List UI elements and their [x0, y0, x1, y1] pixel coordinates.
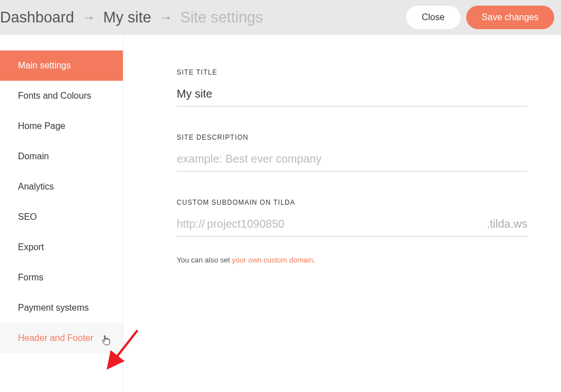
sidebar-item-home-page[interactable]: Home Page — [0, 111, 123, 141]
save-changes-button[interactable]: Save changes — [466, 6, 554, 29]
close-button[interactable]: Close — [406, 6, 461, 29]
sidebar-item-label: Header and Footer — [18, 333, 93, 343]
site-title-input[interactable] — [177, 84, 527, 107]
main-content: SITE TITLE SITE DESCRIPTION CUSTOM SUBDO… — [123, 35, 561, 392]
sidebar: Main settings Fonts and Colours Home Pag… — [0, 35, 123, 392]
sidebar-item-domain[interactable]: Domain — [0, 141, 123, 172]
sidebar-item-label: Analytics — [18, 182, 54, 191]
field-subdomain: CUSTOM SUBDOMAIN ON TILDA http:// .tilda… — [177, 199, 527, 264]
breadcrumb-settings: Site settings — [181, 9, 263, 26]
subdomain-prefix: http:// — [177, 218, 205, 236]
field-label-site-description: SITE DESCRIPTION — [177, 133, 527, 141]
sidebar-item-analytics[interactable]: Analytics — [0, 172, 123, 202]
sidebar-item-payment-systems[interactable]: Payment systems — [0, 293, 123, 323]
arrow-right-icon: → — [82, 10, 95, 25]
sidebar-item-main-settings[interactable]: Main settings — [0, 50, 123, 81]
subdomain-input[interactable] — [205, 214, 484, 237]
field-site-description: SITE DESCRIPTION — [177, 133, 527, 172]
subdomain-row: http:// .tilda.ws — [177, 214, 527, 237]
sidebar-item-label: Domain — [18, 151, 49, 161]
custom-domain-link[interactable]: your own custom domain — [232, 256, 314, 264]
custom-domain-hint: You can also set your own custom domain. — [177, 256, 527, 264]
sidebar-item-label: Forms — [18, 273, 43, 282]
subdomain-suffix: .tilda.ws — [484, 218, 527, 236]
breadcrumb: Dashboard → My site → Site settings — [0, 9, 406, 26]
sidebar-item-label: Main settings — [18, 61, 71, 70]
breadcrumb-dashboard[interactable]: Dashboard — [0, 9, 74, 26]
sidebar-item-label: Export — [18, 242, 44, 252]
cursor-pointer-icon — [102, 335, 111, 346]
sidebar-item-export[interactable]: Export — [0, 232, 123, 262]
hint-text: You can also set — [177, 256, 232, 264]
site-description-input[interactable] — [177, 149, 527, 172]
field-label-site-title: SITE TITLE — [177, 68, 527, 76]
breadcrumb-mysite[interactable]: My site — [103, 9, 151, 26]
sidebar-item-label: Home Page — [18, 121, 66, 131]
sidebar-item-forms[interactable]: Forms — [0, 262, 123, 293]
sidebar-item-label: Payment systems — [18, 303, 89, 312]
sidebar-item-label: SEO — [18, 212, 37, 222]
arrow-right-icon: → — [159, 10, 173, 25]
hint-period: . — [313, 256, 315, 264]
sidebar-item-fonts-and-colours[interactable]: Fonts and Colours — [0, 81, 123, 111]
field-site-title: SITE TITLE — [177, 68, 527, 107]
sidebar-item-header-and-footer[interactable]: Header and Footer — [0, 323, 123, 353]
field-label-subdomain: CUSTOM SUBDOMAIN ON TILDA — [177, 199, 527, 206]
sidebar-item-seo[interactable]: SEO — [0, 202, 123, 232]
sidebar-item-label: Fonts and Colours — [18, 91, 91, 100]
header: Dashboard → My site → Site settings Clos… — [0, 0, 561, 35]
